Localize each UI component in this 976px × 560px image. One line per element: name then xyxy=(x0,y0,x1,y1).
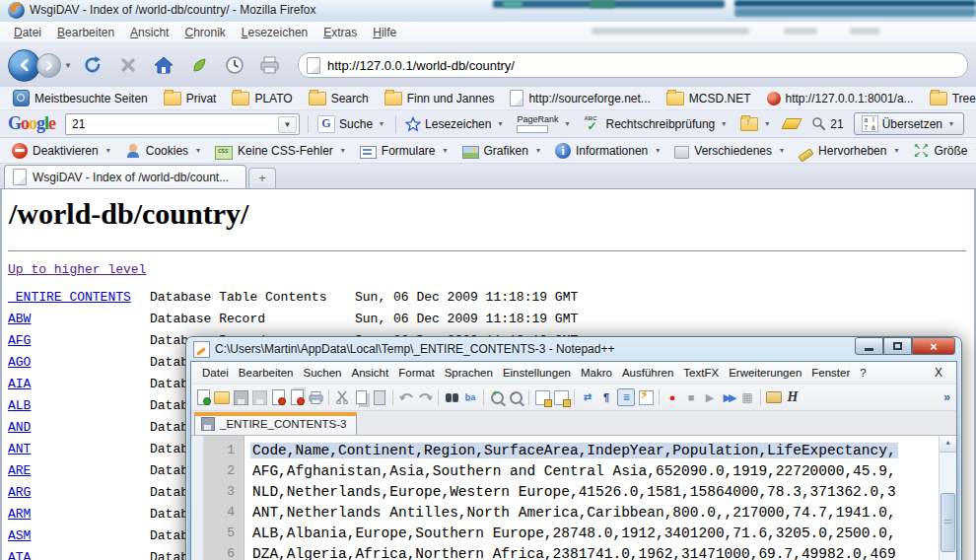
notepadpp-titlebar[interactable]: C:\Users\Martin\AppData\Local\Temp\_ENTI… xyxy=(190,337,957,361)
menu-ansicht[interactable]: Ansicht xyxy=(122,24,176,41)
np-menu-ausfuehren[interactable]: Ausführen xyxy=(617,365,678,381)
print-button[interactable] xyxy=(257,52,283,78)
close-file-button[interactable] xyxy=(270,389,286,405)
entry-link[interactable]: AGO xyxy=(8,355,150,370)
line-text[interactable]: DZA,Algeria,Africa,Northern Africa,23817… xyxy=(250,546,898,560)
line-text[interactable]: Code,Name,Continent,Region,SurfaceArea,I… xyxy=(250,443,898,458)
url-text[interactable]: http://127.0.0.1/world-db/country/ xyxy=(327,58,515,73)
line-text[interactable]: AFG,Afghanistan,Asia,Southern and Centra… xyxy=(250,463,898,479)
entry-link[interactable]: AND xyxy=(8,420,150,435)
editor-scrollbar[interactable]: ▲ xyxy=(939,436,956,560)
function-completion-button[interactable]: ⚡︎ xyxy=(638,389,654,405)
np-menu-bearbeiten[interactable]: Bearbeiten xyxy=(234,365,299,381)
menu-lesezeichen[interactable]: Lesezeichen xyxy=(234,24,315,41)
print-button-npp[interactable] xyxy=(308,389,323,405)
save-all-button[interactable] xyxy=(251,389,267,405)
entry-link[interactable]: ARG xyxy=(8,485,150,500)
menu-extras[interactable]: Extras xyxy=(315,24,365,41)
bookmark-sourceforge[interactable]: http://sourceforge.net... xyxy=(503,88,657,108)
entry-link[interactable]: ALB xyxy=(8,398,150,413)
macro-stop-button[interactable]: ■ xyxy=(683,389,699,405)
editor-area[interactable]: 1Code,Name,Continent,Region,SurfaceArea,… xyxy=(191,436,956,560)
np-menu-format[interactable]: Format xyxy=(393,365,439,381)
macro-record-button[interactable]: ● xyxy=(664,389,680,405)
np-menu-fenster[interactable]: Fenster xyxy=(806,365,855,381)
paste-button[interactable] xyxy=(372,389,387,405)
close-all-button[interactable] xyxy=(289,389,305,405)
google-search-input[interactable]: 21 ▼ xyxy=(65,113,300,135)
menu-hilfe[interactable]: Hilfe xyxy=(365,24,404,41)
document-tab[interactable]: _ENTIRE_CONTENTS-3 xyxy=(194,412,357,435)
word-find-button[interactable]: 21 xyxy=(805,114,849,133)
macro-save-button[interactable]: ▦ xyxy=(739,389,755,405)
menu-bearbeiten[interactable]: Bearbeiten xyxy=(49,24,122,41)
sync-horizontal-button[interactable] xyxy=(553,389,569,405)
line-text[interactable]: ALB,Albania,Europe,Southern Europe,28748… xyxy=(250,525,898,541)
scrollbar-thumb[interactable] xyxy=(941,493,955,552)
np-menu-einstellungen[interactable]: Einstellungen xyxy=(498,365,576,381)
close-button[interactable]: × xyxy=(912,337,955,355)
zoom-out-button[interactable]: - xyxy=(508,389,523,405)
close-document-button[interactable]: X xyxy=(927,364,950,382)
search-dropdown-caret-icon[interactable]: ▼ xyxy=(278,116,297,133)
macro-multi-run-button[interactable]: ▶▶ xyxy=(721,389,736,405)
entry-link[interactable]: ENTIRE CONTENTS xyxy=(8,290,150,305)
webdev-resize[interactable]: ↖↗↙↘Größe▾ xyxy=(907,141,976,161)
line-text[interactable]: NLD,Netherlands,Europe,Western Europe,41… xyxy=(250,484,898,500)
indent-guide-button[interactable]: ≣ xyxy=(617,388,635,406)
np-menu-suchen[interactable]: Suchen xyxy=(298,365,346,381)
word-wrap-button[interactable]: ⇄ xyxy=(580,389,595,405)
google-bookmarks-button[interactable]: Lesezeichen▾ xyxy=(399,114,511,134)
copy-button[interactable] xyxy=(353,389,369,405)
np-menu-textfx[interactable]: TextFX xyxy=(678,365,724,381)
up-to-higher-level-link[interactable]: Up to higher level xyxy=(8,262,146,277)
np-menu-erweiterungen[interactable]: Erweiterungen xyxy=(724,365,806,381)
notepadpp-window[interactable]: C:\Users\Martin\AppData\Local\Temp\_ENTI… xyxy=(185,336,962,560)
bookmark-folder-search[interactable]: Search xyxy=(302,90,376,107)
maximize-button[interactable] xyxy=(883,337,912,355)
entry-link[interactable]: ATA xyxy=(8,550,150,560)
reload-button[interactable] xyxy=(80,52,105,78)
entry-link[interactable]: ASM xyxy=(8,528,150,543)
history-dropdown-caret-icon[interactable]: ▼ xyxy=(64,61,72,70)
webdev-forms[interactable]: Formulare▾ xyxy=(354,142,456,160)
bookmark-folder-mcsd[interactable]: MCSD.NET xyxy=(660,90,758,107)
replace-button[interactable]: b̲a xyxy=(462,389,478,405)
webdev-outline[interactable]: Hervorheben▾ xyxy=(793,142,907,160)
sync-vertical-button[interactable] xyxy=(534,389,550,405)
stop-button[interactable] xyxy=(115,52,141,78)
line-text[interactable]: ANT,Netherlands Antilles,North America,C… xyxy=(250,505,898,521)
save-button[interactable] xyxy=(233,389,248,405)
cut-button[interactable] xyxy=(334,389,350,405)
open-file-button[interactable] xyxy=(214,389,230,405)
minimize-button[interactable] xyxy=(855,337,883,355)
bookmark-folder-privat[interactable]: Privat xyxy=(157,90,224,107)
webdev-css[interactable]: Keine CSS-Fehler▾ xyxy=(209,142,354,160)
entry-link[interactable]: ARE xyxy=(8,463,150,478)
entry-link[interactable]: AFG xyxy=(8,333,150,348)
entry-link[interactable]: ANT xyxy=(8,442,150,456)
np-menu-sprachen[interactable]: Sprachen xyxy=(440,365,498,381)
np-menu-makro[interactable]: Makro xyxy=(576,365,617,381)
scrollbar-up-icon[interactable]: ▲ xyxy=(940,436,956,453)
new-tab-button[interactable]: + xyxy=(248,168,276,188)
spellcheck-button[interactable]: Rechtschreibprüfung▾ xyxy=(579,114,735,134)
bookmark-folder-tree-samples[interactable]: Tree Samples xyxy=(923,90,976,107)
menu-chronik[interactable]: Chronik xyxy=(176,24,233,41)
show-all-chars-button[interactable]: ¶ xyxy=(598,389,614,405)
bookmark-folder-plato[interactable]: PLATO xyxy=(225,90,299,107)
home-button[interactable] xyxy=(151,52,176,78)
menu-datei[interactable]: Datei xyxy=(6,24,49,41)
active-tab[interactable]: WsgiDAV - Index of /world-db/count... xyxy=(4,165,246,188)
redo-button[interactable] xyxy=(417,389,433,405)
textfx-button[interactable] xyxy=(766,389,782,405)
webdev-cookies[interactable]: Cookies▾ xyxy=(119,141,209,161)
entry-link[interactable]: AIA xyxy=(8,377,150,391)
np-menu-ansicht[interactable]: Ansicht xyxy=(347,365,394,381)
webdev-disable[interactable]: Deaktivieren▾ xyxy=(6,141,119,161)
translate-button[interactable]: aï7ä Übersetzen ▾ xyxy=(854,112,964,135)
entry-link[interactable]: ARM xyxy=(8,507,150,522)
html-preview-button[interactable]: H xyxy=(785,389,801,405)
pagerank-button[interactable]: PageRank ▾ xyxy=(511,113,578,135)
macro-play-button[interactable]: ▶ xyxy=(702,389,718,405)
